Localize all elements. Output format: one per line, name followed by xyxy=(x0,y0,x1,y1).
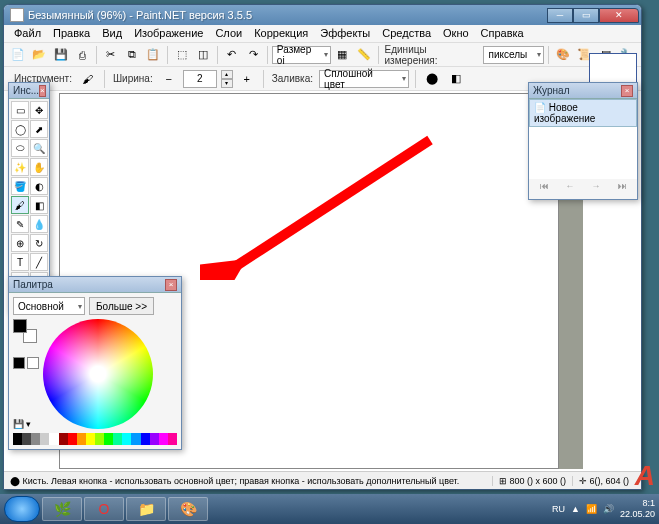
menu-adjust[interactable]: Коррекция xyxy=(248,25,314,42)
tool-pencil[interactable]: ✎ xyxy=(11,215,29,233)
palette-color[interactable] xyxy=(31,433,40,445)
tool-text[interactable]: T xyxy=(11,253,29,271)
tool-line[interactable]: ╱ xyxy=(30,253,48,271)
width-plus[interactable]: + xyxy=(237,69,257,89)
tool-picker[interactable]: 💧 xyxy=(30,215,48,233)
system-tray[interactable]: RU ▲ 📶 🔊 8:122.05.20 xyxy=(552,498,655,520)
width-input[interactable]: 2 xyxy=(183,70,217,88)
cut-button[interactable]: ✂ xyxy=(101,45,120,65)
palette-more-button[interactable]: Больше >> xyxy=(89,297,154,315)
swap-colors-icon[interactable] xyxy=(13,357,25,369)
color-wheel[interactable] xyxy=(43,319,153,429)
tool-gradient[interactable]: ◐ xyxy=(30,177,48,195)
taskbar-app-2[interactable]: O xyxy=(84,497,124,521)
palette-color[interactable] xyxy=(59,433,68,445)
palette-color[interactable] xyxy=(122,433,131,445)
new-button[interactable]: 📄 xyxy=(8,45,27,65)
blend-button[interactable]: ◧ xyxy=(446,69,466,89)
menu-window[interactable]: Окно xyxy=(437,25,475,42)
tool-clone[interactable]: ⊕ xyxy=(11,234,29,252)
instrument-picker[interactable]: 🖌 xyxy=(78,69,98,89)
palette-color[interactable] xyxy=(168,433,177,445)
tool-zoom[interactable]: 🔍 xyxy=(30,139,48,157)
taskbar-app-1[interactable]: 🌿 xyxy=(42,497,82,521)
tray-flag-icon[interactable]: ▲ xyxy=(571,504,580,514)
palette-close-button[interactable]: × xyxy=(165,279,177,291)
tray-lang[interactable]: RU xyxy=(552,504,565,514)
history-next-icon[interactable]: → xyxy=(592,181,601,191)
save-button[interactable]: 💾 xyxy=(51,45,70,65)
antialias-button[interactable]: ⬤ xyxy=(422,69,442,89)
taskbar-app-3[interactable]: 📁 xyxy=(126,497,166,521)
palette-color[interactable] xyxy=(131,433,140,445)
paste-button[interactable]: 📋 xyxy=(144,45,163,65)
width-minus[interactable]: − xyxy=(159,69,179,89)
tray-sound-icon[interactable]: 🔊 xyxy=(603,504,614,514)
tools-close-button[interactable]: × xyxy=(39,85,46,97)
tool-recolor[interactable]: ↻ xyxy=(30,234,48,252)
menu-image[interactable]: Изображение xyxy=(128,25,209,42)
close-button[interactable]: ✕ xyxy=(599,8,639,23)
menu-effects[interactable]: Эффекты xyxy=(314,25,376,42)
tray-clock[interactable]: 8:122.05.20 xyxy=(620,498,655,520)
fill-dropdown[interactable]: Сплошной цвет xyxy=(319,70,409,88)
history-panel[interactable]: Журнал× 📄 Новое изображение ⏮ ← → ⏭ xyxy=(528,82,638,200)
copy-button[interactable]: ⧉ xyxy=(122,45,141,65)
deselect-button[interactable]: ◫ xyxy=(194,45,213,65)
history-item[interactable]: 📄 Новое изображение xyxy=(529,99,637,127)
open-button[interactable]: 📂 xyxy=(29,45,48,65)
palette-color[interactable] xyxy=(141,433,150,445)
default-colors-icon[interactable] xyxy=(27,357,39,369)
grid-button[interactable]: ▦ xyxy=(333,45,352,65)
width-up[interactable]: ▴ xyxy=(221,70,233,79)
color-mode-dropdown[interactable]: Основной xyxy=(13,297,85,315)
crop-button[interactable]: ⬚ xyxy=(172,45,191,65)
palette-color[interactable] xyxy=(22,433,31,445)
width-down[interactable]: ▾ xyxy=(221,79,233,88)
tool-eraser[interactable]: ◧ xyxy=(30,196,48,214)
menu-view[interactable]: Вид xyxy=(96,25,128,42)
undo-button[interactable]: ↶ xyxy=(222,45,241,65)
redo-button[interactable]: ↷ xyxy=(243,45,262,65)
palette-panel[interactable]: Палитра× Основной Больше >> 💾▾ xyxy=(8,276,182,450)
units-dropdown[interactable]: пикселы xyxy=(483,46,544,64)
menu-tools[interactable]: Средства xyxy=(376,25,437,42)
palette-color[interactable] xyxy=(159,433,168,445)
tool-ellipse-select[interactable]: ⬭ xyxy=(11,139,29,157)
taskbar-app-paintnet[interactable]: 🎨 xyxy=(168,497,208,521)
palette-toggle[interactable]: 🎨 xyxy=(553,45,572,65)
tool-move[interactable]: ✥ xyxy=(30,101,48,119)
history-prev-icon[interactable]: ← xyxy=(566,181,575,191)
palette-color[interactable] xyxy=(77,433,86,445)
resize-dropdown[interactable]: Размер оі xyxy=(272,46,331,64)
palette-color[interactable] xyxy=(49,433,58,445)
menu-edit[interactable]: Правка xyxy=(47,25,96,42)
palette-color[interactable] xyxy=(68,433,77,445)
palette-color[interactable] xyxy=(13,433,22,445)
tool-rect-select[interactable]: ▭ xyxy=(11,101,29,119)
menu-help[interactable]: Справка xyxy=(475,25,530,42)
tool-brush[interactable]: 🖌 xyxy=(11,196,29,214)
history-first-icon[interactable]: ⏮ xyxy=(540,181,549,191)
palette-color[interactable] xyxy=(150,433,159,445)
tool-fill[interactable]: 🪣 xyxy=(11,177,29,195)
menu-layers[interactable]: Слои xyxy=(209,25,248,42)
palette-strip[interactable] xyxy=(13,433,177,445)
ruler-button[interactable]: 📏 xyxy=(354,45,373,65)
minimize-button[interactable]: ─ xyxy=(547,8,573,23)
tool-lasso[interactable]: ◯ xyxy=(11,120,29,138)
color-swatch-main[interactable] xyxy=(13,319,35,337)
palette-color[interactable] xyxy=(40,433,49,445)
palette-color[interactable] xyxy=(86,433,95,445)
print-button[interactable]: ⎙ xyxy=(72,45,91,65)
palette-color[interactable] xyxy=(104,433,113,445)
menu-file[interactable]: Файл xyxy=(8,25,47,42)
palette-save-icon[interactable]: 💾 xyxy=(13,419,24,429)
history-close-button[interactable]: × xyxy=(621,85,633,97)
start-button[interactable] xyxy=(4,496,40,522)
tool-move-sel[interactable]: ⬈ xyxy=(30,120,48,138)
palette-menu-icon[interactable]: ▾ xyxy=(26,419,31,429)
tray-network-icon[interactable]: 📶 xyxy=(586,504,597,514)
palette-color[interactable] xyxy=(95,433,104,445)
tool-wand[interactable]: ✨ xyxy=(11,158,29,176)
